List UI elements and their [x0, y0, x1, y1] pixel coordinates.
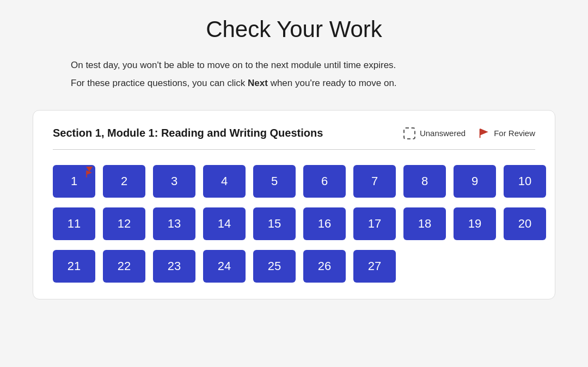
legend-review: For Review [477, 127, 535, 139]
unanswered-label: Unanswered [420, 129, 465, 138]
question-number-4: 4 [221, 174, 228, 188]
section-card: Section 1, Module 1: Reading and Writing… [33, 110, 555, 299]
question-btn-14[interactable]: 14 [203, 207, 246, 240]
question-number-16: 16 [318, 217, 331, 231]
unanswered-icon [403, 127, 415, 139]
question-number-17: 17 [368, 217, 381, 231]
description-line-1: On test day, you won't be able to move o… [71, 58, 517, 72]
description-block: On test day, you won't be able to move o… [71, 58, 517, 94]
question-btn-23[interactable]: 23 [153, 250, 195, 283]
section-title: Section 1, Module 1: Reading and Writing… [53, 127, 323, 139]
question-btn-6[interactable]: 6 [303, 165, 346, 198]
question-btn-26[interactable]: 26 [303, 250, 346, 283]
review-flag-icon [477, 127, 489, 139]
section-divider [53, 149, 535, 150]
question-btn-11[interactable]: 11 [53, 207, 95, 240]
question-btn-12[interactable]: 12 [103, 207, 145, 240]
question-btn-7[interactable]: 7 [353, 165, 396, 198]
question-number-15: 15 [268, 217, 281, 231]
question-number-3: 3 [171, 174, 177, 188]
question-number-12: 12 [118, 217, 131, 231]
question-number-23: 23 [168, 259, 181, 273]
question-number-13: 13 [168, 217, 181, 231]
question-btn-16[interactable]: 16 [303, 207, 346, 240]
question-number-21: 21 [68, 259, 81, 273]
questions-row-3: 21222324252627 [53, 250, 535, 283]
question-btn-9[interactable]: 9 [454, 165, 496, 198]
question-btn-15[interactable]: 15 [253, 207, 296, 240]
legend: Unanswered For Review [403, 127, 535, 139]
question-number-18: 18 [418, 217, 431, 231]
question-number-20: 20 [518, 217, 531, 231]
questions-row-1: 12345678910 [53, 165, 535, 198]
questions-grid: 1234567891011121314151617181920212223242… [53, 165, 535, 283]
question-number-22: 22 [118, 259, 131, 273]
question-btn-19[interactable]: 19 [454, 207, 496, 240]
question-number-6: 6 [321, 174, 328, 188]
flag-marker-icon [86, 167, 93, 181]
question-number-5: 5 [271, 174, 278, 188]
page-title: Check Your Work [206, 16, 382, 42]
review-label: For Review [494, 129, 535, 138]
question-number-27: 27 [368, 259, 381, 273]
question-btn-10[interactable]: 10 [504, 165, 546, 198]
question-number-10: 10 [518, 174, 531, 188]
question-number-1: 1 [71, 174, 77, 188]
question-btn-5[interactable]: 5 [253, 165, 296, 198]
questions-row-2: 11121314151617181920 [53, 207, 535, 240]
question-number-11: 11 [68, 217, 81, 231]
description-line-2-prefix: For these practice questions, you can cl… [71, 78, 248, 88]
question-btn-20[interactable]: 20 [504, 207, 546, 240]
question-number-9: 9 [471, 174, 478, 188]
question-number-7: 7 [371, 174, 378, 188]
question-number-24: 24 [218, 259, 231, 273]
question-btn-3[interactable]: 3 [153, 165, 195, 198]
question-btn-1[interactable]: 1 [53, 165, 95, 198]
description-line-2: For these practice questions, you can cl… [71, 76, 517, 90]
question-btn-24[interactable]: 24 [203, 250, 246, 283]
question-btn-21[interactable]: 21 [53, 250, 95, 283]
question-btn-25[interactable]: 25 [253, 250, 296, 283]
question-btn-13[interactable]: 13 [153, 207, 195, 240]
question-btn-18[interactable]: 18 [403, 207, 446, 240]
description-next-bold: Next [248, 78, 268, 88]
question-number-2: 2 [121, 174, 127, 188]
question-btn-17[interactable]: 17 [353, 207, 396, 240]
section-header: Section 1, Module 1: Reading and Writing… [53, 127, 535, 139]
question-number-8: 8 [421, 174, 428, 188]
question-number-26: 26 [318, 259, 331, 273]
question-number-14: 14 [218, 217, 231, 231]
page-container: Check Your Work On test day, you won't b… [11, 11, 577, 305]
legend-unanswered: Unanswered [403, 127, 465, 139]
question-btn-27[interactable]: 27 [353, 250, 396, 283]
question-btn-2[interactable]: 2 [103, 165, 145, 198]
question-number-19: 19 [468, 217, 481, 231]
description-line-2-suffix: when you're ready to move on. [268, 78, 397, 88]
question-number-25: 25 [268, 259, 281, 273]
question-btn-22[interactable]: 22 [103, 250, 145, 283]
question-btn-4[interactable]: 4 [203, 165, 246, 198]
question-btn-8[interactable]: 8 [403, 165, 446, 198]
